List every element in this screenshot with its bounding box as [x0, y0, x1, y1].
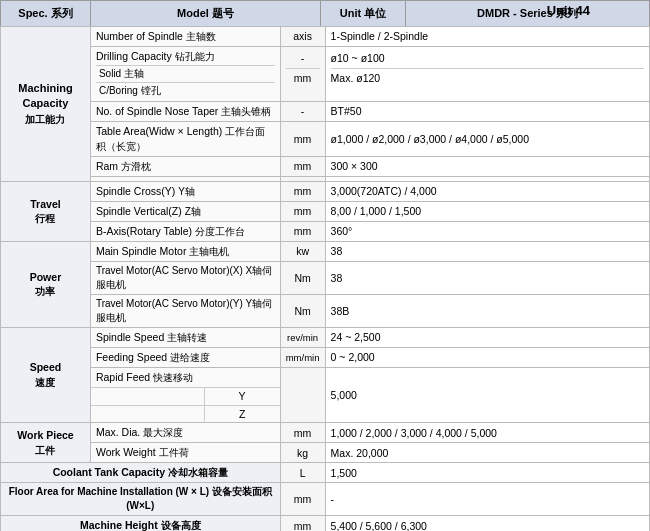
table-row: No. of Spindle Nose Taper 主轴头锥柄 - BT#50 [1, 102, 650, 122]
value-taper: BT#50 [325, 102, 649, 122]
item-max-dia: Max. Dia. 最大深度 [90, 423, 280, 443]
table-row: Machine Height 设备高度 mm 5,400 / 5,600 / 6… [1, 516, 650, 531]
section-speed: Speed速度 [1, 328, 91, 423]
unit-rapid-feed [280, 368, 325, 423]
unit-axis: axis [280, 27, 325, 47]
value-floor-area: - [325, 483, 649, 516]
unit-floor-area: mm [280, 483, 325, 516]
value-drilling: ø10 ~ ø100 Max. ø120 [325, 47, 649, 102]
unit-b-axis: mm [280, 222, 325, 242]
value-b-axis: 360° [325, 222, 649, 242]
table-row: Travel Motor(AC Servo Motor)(X) X轴伺服电机 N… [1, 262, 650, 295]
value-rapid-feed: 5,000 [325, 368, 649, 423]
value-spindle-speed: 24 ~ 2,500 [325, 328, 649, 348]
unit-motor-y: Nm [280, 295, 325, 328]
item-travel-motor-x: Travel Motor(AC Servo Motor)(X) X轴伺服电机 [90, 262, 280, 295]
unit-drilling: - mm [280, 47, 325, 102]
table-row: Work Piece工件 Max. Dia. 最大深度 mm 1,000 / 2… [1, 423, 650, 443]
item-work-weight: Work Weight 工件荷 [90, 443, 280, 463]
unit-taper: - [280, 102, 325, 122]
value-max-dia: 1,000 / 2,000 / 3,000 / 4,000 / 5,000 [325, 423, 649, 443]
table-row: Work Weight 工件荷 kg Max. 20,000 [1, 443, 650, 463]
spec-table: Machining Capacity加工能力 Number of Spindle… [0, 26, 650, 531]
table-row: Ram 方滑枕 mm 300 × 300 [1, 157, 650, 177]
value-feeding-speed: 0 ~ 2,000 [325, 348, 649, 368]
unit-work-weight: kg [280, 443, 325, 463]
value-work-weight: Max. 20,000 [325, 443, 649, 463]
unit-vertical: mm [280, 202, 325, 222]
item-main-spindle-motor: Main Spindle Motor 主轴电机 [90, 242, 280, 262]
item-spindle-cross: Spindle Cross(Y) Y轴 [90, 182, 280, 202]
table-row: Table Area(Widw × Length) 工作台面积（长宽） mm ø… [1, 122, 650, 157]
table-row: Spindle Vertical(Z) Z轴 mm 8,00 / 1,000 /… [1, 202, 650, 222]
unit-spindle-speed: rev/min [280, 328, 325, 348]
table-row: Machining Capacity加工能力 Number of Spindle… [1, 27, 650, 47]
unit-max-dia: mm [280, 423, 325, 443]
table-row: Travel行程 Spindle Cross(Y) Y轴 mm 3,000(72… [1, 182, 650, 202]
item-spindle-vertical: Spindle Vertical(Z) Z轴 [90, 202, 280, 222]
item-spindle-taper: No. of Spindle Nose Taper 主轴头锥柄 [90, 102, 280, 122]
spec-header: Spec. 系列 [1, 1, 91, 26]
value-motor-x: 38 [325, 262, 649, 295]
unit-header: Unit 单位 [321, 1, 406, 26]
unit-main-motor: kw [280, 242, 325, 262]
table-row: Speed速度 Spindle Speed 主轴转速 rev/min 24 ~ … [1, 328, 650, 348]
item-spindle-speed: Spindle Speed 主轴转速 [90, 328, 280, 348]
section-power: Power功率 [1, 242, 91, 328]
table-row: Power功率 Main Spindle Motor 主轴电机 kw 38 [1, 242, 650, 262]
section-travel: Travel行程 [1, 182, 91, 242]
unit-feeding-speed: mm/min [280, 348, 325, 368]
unit-machine-height: mm [280, 516, 325, 531]
value-main-motor: 38 [325, 242, 649, 262]
item-drilling: Drilling Capacity 钻孔能力 Solid 主轴 C/Boring… [90, 47, 280, 102]
unit-table-area: mm [280, 122, 325, 157]
dmdr-header: DMDR - Series 系列 [406, 1, 649, 26]
item-ram: Ram 方滑枕 [90, 157, 280, 177]
value-spindle-number: 1-Spindle / 2-Spindle [325, 27, 649, 47]
table-row: Floor Area for Machine Installation (W ×… [1, 483, 650, 516]
model-header: Model 题号 [91, 1, 321, 26]
item-table-area: Table Area(Widw × Length) 工作台面积（长宽） [90, 122, 280, 157]
table-row: Drilling Capacity 钻孔能力 Solid 主轴 C/Boring… [1, 47, 650, 102]
item-coolant: Coolant Tank Capacity 冷却水箱容量 [1, 463, 281, 483]
value-machine-height: 5,400 / 5,600 / 6,300 [325, 516, 649, 531]
value-cross: 3,000(720ATC) / 4,000 [325, 182, 649, 202]
unit44-label: Unit 44 [547, 3, 590, 18]
item-travel-motor-y: Travel Motor(AC Servo Motor)(Y) Y轴伺服电机 [90, 295, 280, 328]
unit-motor-x: Nm [280, 262, 325, 295]
unit-cross: mm [280, 182, 325, 202]
item-spindle-number: Number of Spindle 主轴数 [90, 27, 280, 47]
value-ram: 300 × 300 [325, 157, 649, 177]
item-rapid-feed: Rapid Feed 快速移动 Y Z [90, 368, 280, 423]
table-row: Rapid Feed 快速移动 Y Z 5,000 [1, 368, 650, 423]
item-machine-height: Machine Height 设备高度 [1, 516, 281, 531]
table-row: Coolant Tank Capacity 冷却水箱容量 L 1,500 [1, 463, 650, 483]
table-row: Travel Motor(AC Servo Motor)(Y) Y轴伺服电机 N… [1, 295, 650, 328]
item-b-axis: B-Axis(Rotary Table) 分度工作台 [90, 222, 280, 242]
value-vertical: 8,00 / 1,000 / 1,500 [325, 202, 649, 222]
section-machining: Machining Capacity加工能力 [1, 27, 91, 182]
item-feeding-speed: Feeding Speed 进给速度 [90, 348, 280, 368]
value-coolant: 1,500 [325, 463, 649, 483]
table-row: Feeding Speed 进给速度 mm/min 0 ~ 2,000 [1, 348, 650, 368]
unit-ram: mm [280, 157, 325, 177]
unit-coolant: L [280, 463, 325, 483]
value-table-area: ø1,000 / ø2,000 / ø3,000 / ø4,000 / ø5,0… [325, 122, 649, 157]
item-floor-area: Floor Area for Machine Installation (W ×… [1, 483, 281, 516]
section-workpiece: Work Piece工件 [1, 423, 91, 463]
value-motor-y: 38B [325, 295, 649, 328]
table-row: B-Axis(Rotary Table) 分度工作台 mm 360° [1, 222, 650, 242]
